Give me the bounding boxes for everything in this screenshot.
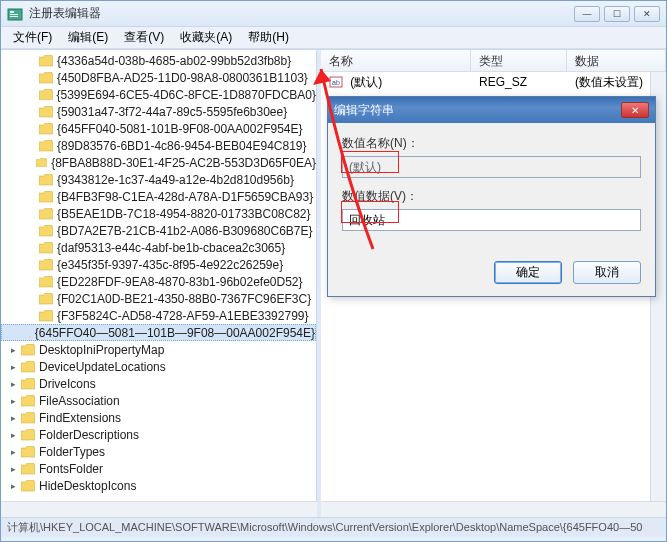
tree-node-label: {5399E694-6CE5-4D6C-8FCE-1D8870FDCBA0} (57, 88, 316, 102)
folder-icon (21, 463, 35, 475)
tree-node-label: {daf95313-e44c-4abf-be1b-cbacea2c3065} (57, 241, 285, 255)
expander-icon[interactable]: ▸ (7, 481, 19, 491)
menu-edit[interactable]: 编辑(E) (60, 27, 116, 48)
reg-sz-icon: ab (329, 75, 343, 89)
regedit-window: 注册表编辑器 — ☐ ✕ 文件(F) 编辑(E) 查看(V) 收藏夹(A) 帮助… (0, 0, 667, 542)
window-title: 注册表编辑器 (29, 5, 574, 22)
menu-file[interactable]: 文件(F) (5, 27, 60, 48)
cancel-button[interactable]: 取消 (573, 261, 641, 284)
tree-node-label: {59031a47-3f72-44a7-89c5-5595fe6b30ee} (57, 105, 287, 119)
tree-pane[interactable]: {4336a54d-038b-4685-ab02-99bb52d3fb8b}{4… (1, 50, 317, 501)
tree-node[interactable]: {8FBA8B88D-30E1-4F25-AC2B-553D3D65F0EA} (1, 154, 316, 171)
tree-node[interactable]: ▸DriveIcons (1, 375, 316, 392)
maximize-button[interactable]: ☐ (604, 6, 630, 22)
tree-node-label: {8FBA8B88D-30E1-4F25-AC2B-553D3D65F0EA} (51, 156, 316, 170)
ok-button[interactable]: 确定 (494, 261, 562, 284)
statusbar: 计算机\HKEY_LOCAL_MACHINE\SOFTWARE\Microsof… (1, 517, 666, 537)
col-data-header[interactable]: 数据 (567, 50, 666, 71)
minimize-button[interactable]: — (574, 6, 600, 22)
titlebar: 注册表编辑器 — ☐ ✕ (1, 1, 666, 27)
tree-node[interactable]: ▸DesktopIniPropertyMap (1, 341, 316, 358)
svg-rect-1 (10, 11, 14, 13)
cell-name: ab (默认) (321, 74, 471, 91)
folder-icon (39, 310, 53, 322)
tree-node-label: {89D83576-6BD1-4c86-9454-BEB04E94C819} (57, 139, 307, 153)
list-hscrollbar[interactable] (321, 501, 666, 517)
tree-hscrollbar[interactable] (1, 501, 317, 517)
tree-node[interactable]: ▸FolderDescriptions (1, 426, 316, 443)
tree-node[interactable]: {645FF040-5081-101B-9F08-00AA002F954E} (1, 120, 316, 137)
menu-favorites[interactable]: 收藏夹(A) (172, 27, 240, 48)
tree-node-label: FindExtensions (39, 411, 121, 425)
folder-icon (39, 225, 53, 237)
dialog-title: 编辑字符串 (334, 102, 621, 119)
expander-icon[interactable]: ▸ (7, 430, 19, 440)
tree-node[interactable]: {450D8FBA-AD25-11D0-98A8-0800361B1103} (1, 69, 316, 86)
menu-view[interactable]: 查看(V) (116, 27, 172, 48)
menu-help[interactable]: 帮助(H) (240, 27, 297, 48)
dialog-titlebar[interactable]: 编辑字符串 ✕ (328, 97, 655, 123)
tree-node-label: {e345f35f-9397-435c-8f95-4e922c26259e} (57, 258, 283, 272)
folder-icon (21, 446, 35, 458)
tree-node[interactable]: {89D83576-6BD1-4c86-9454-BEB04E94C819} (1, 137, 316, 154)
folder-icon (39, 174, 53, 186)
tree-node[interactable]: ▸FindExtensions (1, 409, 316, 426)
expander-icon[interactable]: ▸ (7, 396, 19, 406)
edit-string-dialog: 编辑字符串 ✕ 数值名称(N)： 数值数据(V)： 确定 取消 (327, 96, 656, 297)
tree-node[interactable]: ▸DeviceUpdateLocations (1, 358, 316, 375)
expander-icon[interactable]: ▸ (7, 447, 19, 457)
name-field-input[interactable] (342, 156, 641, 178)
expander-icon[interactable]: ▸ (7, 379, 19, 389)
folder-icon (39, 208, 53, 220)
data-field-input[interactable] (342, 209, 641, 231)
tree-node[interactable]: ▸FolderTypes (1, 443, 316, 460)
tree-node-label: {4336a54d-038b-4685-ab02-99bb52d3fb8b} (57, 54, 291, 68)
folder-icon (39, 72, 53, 84)
tree-node-label: {B5EAE1DB-7C18-4954-8820-01733BC08C82} (57, 207, 311, 221)
folder-icon (39, 191, 53, 203)
col-name-header[interactable]: 名称 (321, 50, 471, 71)
tree-node-label: DeviceUpdateLocations (39, 360, 166, 374)
tree-node-label: {450D8FBA-AD25-11D0-98A8-0800361B1103} (57, 71, 308, 85)
tree-node[interactable]: {9343812e-1c37-4a49-a12e-4b2d810d956b} (1, 171, 316, 188)
status-path: 计算机\HKEY_LOCAL_MACHINE\SOFTWARE\Microsof… (7, 520, 642, 535)
dialog-close-button[interactable]: ✕ (621, 102, 649, 118)
close-button[interactable]: ✕ (634, 6, 660, 22)
dialog-body: 数值名称(N)： 数值数据(V)： (328, 123, 655, 253)
tree-node-label: {645FF040-5081-101B-9F08-00AA002F954E} (57, 122, 303, 136)
tree-node[interactable]: {B4FB3F98-C1EA-428d-A78A-D1F5659CBA93} (1, 188, 316, 205)
list-row[interactable]: ab (默认) REG_SZ (数值未设置) (321, 72, 666, 92)
tree-node-label: {F02C1A0D-BE21-4350-88B0-7367FC96EF3C} (57, 292, 311, 306)
folder-icon (39, 140, 53, 152)
tree-node-label: HideDesktopIcons (39, 479, 136, 493)
tree-node-label: FolderTypes (39, 445, 105, 459)
tree-node[interactable]: {daf95313-e44c-4abf-be1b-cbacea2c3065} (1, 239, 316, 256)
tree-node[interactable]: ▸FontsFolder (1, 460, 316, 477)
tree-node-label: {B4FB3F98-C1EA-428d-A78A-D1F5659CBA93} (57, 190, 313, 204)
svg-rect-3 (10, 16, 18, 17)
tree-node-label: {F3F5824C-AD58-4728-AF59-A1EBE3392799} (57, 309, 309, 323)
expander-icon[interactable]: ▸ (7, 345, 19, 355)
expander-icon[interactable]: ▸ (7, 464, 19, 474)
expander-icon[interactable]: ▸ (7, 362, 19, 372)
tree-node[interactable]: {e345f35f-9397-435c-8f95-4e922c26259e} (1, 256, 316, 273)
col-type-header[interactable]: 类型 (471, 50, 567, 71)
folder-icon (21, 412, 35, 424)
list-header: 名称 类型 数据 (321, 50, 666, 72)
tree-node[interactable]: {ED228FDF-9EA8-4870-83b1-96b02efe0D52} (1, 273, 316, 290)
data-field-label: 数值数据(V)： (342, 188, 641, 205)
tree-node[interactable]: {BD7A2E7B-21CB-41b2-A086-B309680C6B7E} (1, 222, 316, 239)
expander-icon[interactable]: ▸ (7, 413, 19, 423)
tree-node[interactable]: {645FFO40—5081—101B—9F08—00AA002F954E} (1, 324, 316, 341)
tree-node[interactable]: {F02C1A0D-BE21-4350-88B0-7367FC96EF3C} (1, 290, 316, 307)
tree-node[interactable]: {5399E694-6CE5-4D6C-8FCE-1D8870FDCBA0} (1, 86, 316, 103)
tree-node[interactable]: {4336a54d-038b-4685-ab02-99bb52d3fb8b} (1, 52, 316, 69)
tree-node[interactable]: {B5EAE1DB-7C18-4954-8820-01733BC08C82} (1, 205, 316, 222)
tree-node[interactable]: {59031a47-3f72-44a7-89c5-5595fe6b30ee} (1, 103, 316, 120)
cell-type: REG_SZ (471, 75, 567, 89)
tree-node-label: {ED228FDF-9EA8-4870-83b1-96b02efe0D52} (57, 275, 303, 289)
tree-node[interactable]: ▸FileAssociation (1, 392, 316, 409)
tree-node[interactable]: {F3F5824C-AD58-4728-AF59-A1EBE3392799} (1, 307, 316, 324)
tree-node[interactable]: ▸HideDesktopIcons (1, 477, 316, 494)
menubar: 文件(F) 编辑(E) 查看(V) 收藏夹(A) 帮助(H) (1, 27, 666, 49)
